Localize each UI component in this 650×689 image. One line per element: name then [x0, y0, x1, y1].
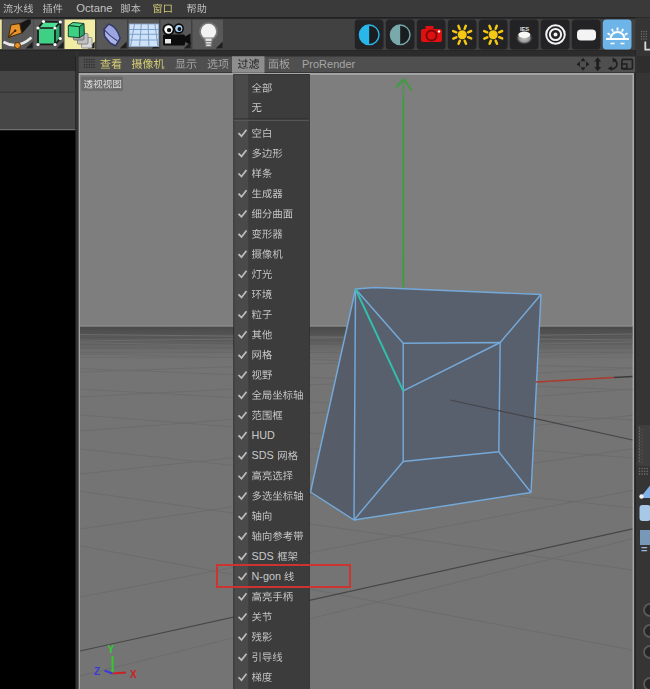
svg-text:X: X	[130, 669, 137, 680]
svg-text:N-gon: N-gon	[252, 570, 281, 582]
svg-text:Octane: Octane	[76, 2, 112, 14]
svg-text:SDS: SDS	[252, 449, 274, 461]
svg-text:SDS: SDS	[252, 550, 274, 562]
svg-text:=: =	[641, 543, 647, 555]
svg-text:Y: Y	[108, 644, 115, 655]
svg-text:Z: Z	[94, 666, 100, 677]
svg-text:IES: IES	[520, 26, 529, 32]
svg-text:ProRender: ProRender	[302, 58, 356, 70]
svg-text:HUD: HUD	[252, 429, 276, 441]
